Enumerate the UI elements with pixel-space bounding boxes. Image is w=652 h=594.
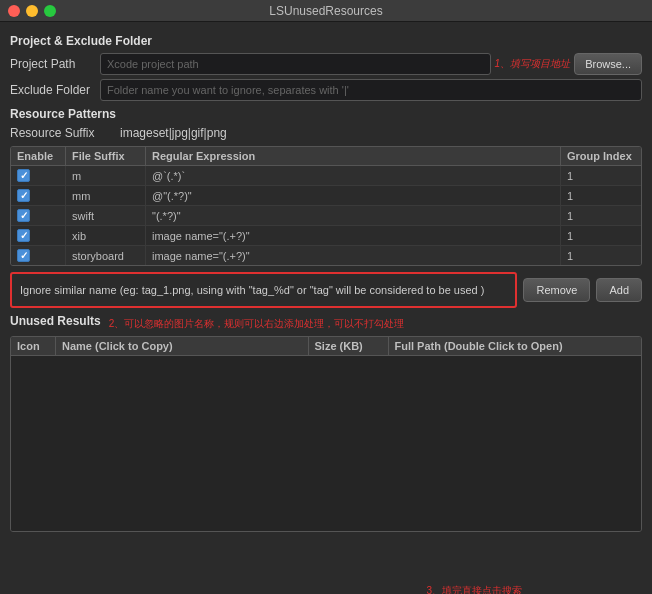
checkbox-5[interactable]: ✓ xyxy=(17,249,30,262)
exclude-folder-input[interactable] xyxy=(100,79,642,101)
cell-group-4: 1 xyxy=(561,226,641,245)
cell-group-1: 1 xyxy=(561,166,641,185)
result-col-icon: Icon xyxy=(11,337,56,355)
window-title: LSUnusedResources xyxy=(269,4,382,18)
cell-regex-3: "(.*?)" xyxy=(146,206,561,225)
resource-suffix-row: Resource Suffix imageset|jpg|gif|png xyxy=(10,126,642,140)
resource-suffix-label: Resource Suffix xyxy=(10,126,120,140)
col-enable: Enable xyxy=(11,147,66,165)
cell-enable-5: ✓ xyxy=(11,246,66,265)
annotation-3-text: 3、填完直接点击搜索 xyxy=(426,584,522,594)
results-table-header: Icon Name (Click to Copy) Size (KB) Full… xyxy=(11,337,641,356)
checkbox-4[interactable]: ✓ xyxy=(17,229,30,242)
annotation-2-text: 2、可以忽略的图片名称，规则可以右边添加处理，可以不打勾处理 xyxy=(109,317,405,331)
title-bar: LSUnusedResources xyxy=(0,0,652,22)
col-group: Group Index xyxy=(561,147,641,165)
results-table: Icon Name (Click to Copy) Size (KB) Full… xyxy=(10,336,642,532)
project-path-input[interactable] xyxy=(100,53,491,75)
minimize-button[interactable] xyxy=(26,5,38,17)
patterns-table: Enable File Suffix Regular Expression Gr… xyxy=(10,146,642,266)
ignore-text-box[interactable]: Ignore similar name (eg: tag_1.png, usin… xyxy=(10,272,517,308)
checkbox-2[interactable]: ✓ xyxy=(17,189,30,202)
checkbox-3[interactable]: ✓ xyxy=(17,209,30,222)
cell-enable-3: ✓ xyxy=(11,206,66,225)
unused-results-title: Unused Results xyxy=(10,314,101,328)
annotation-2-row: Unused Results 2、可以忽略的图片名称，规则可以右边添加处理，可以… xyxy=(10,314,642,333)
cell-suffix-5: storyboard xyxy=(66,246,146,265)
result-col-path: Full Path (Double Click to Open) xyxy=(389,337,642,355)
close-button[interactable] xyxy=(8,5,20,17)
table-row: ✓ xib image name="(.+?)" 1 xyxy=(11,226,641,246)
table-row: ✓ swift "(.*?)" 1 xyxy=(11,206,641,226)
project-path-label: Project Path xyxy=(10,57,100,71)
col-suffix: File Suffix xyxy=(66,147,146,165)
project-section-title: Project & Exclude Folder xyxy=(10,34,642,48)
annotation-1-text: 1、填写项目地址 xyxy=(495,57,571,71)
cell-enable-4: ✓ xyxy=(11,226,66,245)
cell-suffix-4: xib xyxy=(66,226,146,245)
results-body xyxy=(11,356,641,531)
cell-group-5: 1 xyxy=(561,246,641,265)
cell-suffix-1: m xyxy=(66,166,146,185)
cell-regex-4: image name="(.+?)" xyxy=(146,226,561,245)
patterns-table-header: Enable File Suffix Regular Expression Gr… xyxy=(11,147,641,166)
cell-regex-5: image name="(.+?)" xyxy=(146,246,561,265)
checkbox-1[interactable]: ✓ xyxy=(17,169,30,182)
cell-regex-1: @`(.*)` xyxy=(146,166,561,185)
col-regex: Regular Expression xyxy=(146,147,561,165)
maximize-button[interactable] xyxy=(44,5,56,17)
exclude-folder-row: Exclude Folder xyxy=(10,79,642,101)
add-button[interactable]: Add xyxy=(596,278,642,302)
main-content: Project & Exclude Folder Project Path 1、… xyxy=(0,22,652,594)
browse-button[interactable]: Browse... xyxy=(574,53,642,75)
table-row: ✓ m @`(.*)` 1 xyxy=(11,166,641,186)
cell-enable-1: ✓ xyxy=(11,166,66,185)
table-row: ✓ mm @"(.*?)" 1 xyxy=(11,186,641,206)
exclude-folder-label: Exclude Folder xyxy=(10,83,100,97)
cell-enable-2: ✓ xyxy=(11,186,66,205)
cell-regex-2: @"(.*?)" xyxy=(146,186,561,205)
cell-suffix-2: mm xyxy=(66,186,146,205)
ignore-text: Ignore similar name (eg: tag_1.png, usin… xyxy=(20,284,484,296)
resource-suffix-value: imageset|jpg|gif|png xyxy=(120,126,227,140)
cell-group-2: 1 xyxy=(561,186,641,205)
project-path-row: Project Path 1、填写项目地址 Browse... xyxy=(10,53,642,75)
window-controls xyxy=(8,5,56,17)
result-col-size: Size (KB) xyxy=(309,337,389,355)
resource-section-title: Resource Patterns xyxy=(10,107,642,121)
remove-button[interactable]: Remove xyxy=(523,278,590,302)
ignore-row: Ignore similar name (eg: tag_1.png, usin… xyxy=(10,272,642,308)
result-col-name: Name (Click to Copy) xyxy=(56,337,309,355)
table-row: ✓ storyboard image name="(.+?)" 1 xyxy=(11,246,641,265)
cell-group-3: 1 xyxy=(561,206,641,225)
cell-suffix-3: swift xyxy=(66,206,146,225)
